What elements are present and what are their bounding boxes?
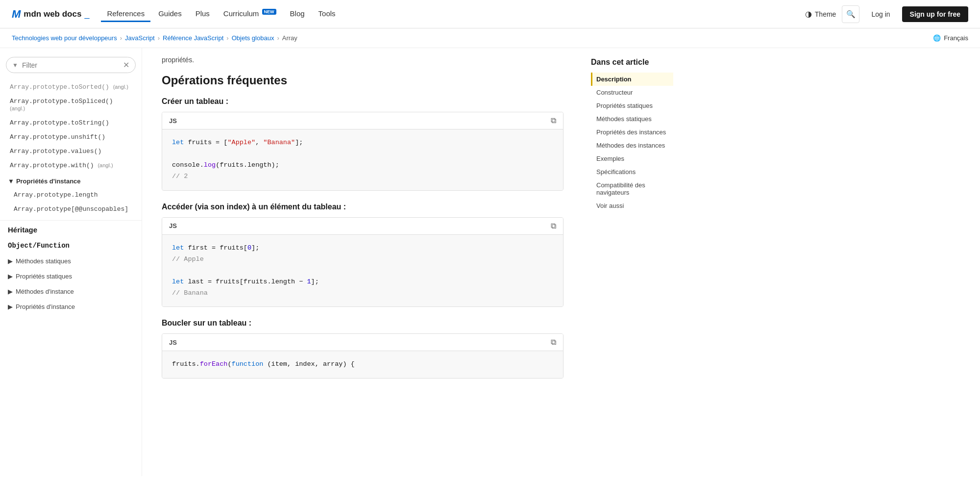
page-intro: propriétés.: [162, 56, 564, 64]
breadcrumb-tech[interactable]: Technologies web pour développeurs: [12, 34, 117, 42]
nav-curriculum[interactable]: Curriculum NEW: [218, 6, 282, 22]
filter-icon: ▼: [12, 62, 18, 69]
code-line-1: let fruits = ["Apple", "Banana"];: [172, 137, 553, 149]
subsection-title-boucler: Boucler sur un tableau :: [162, 319, 564, 328]
toc-item-constructeur[interactable]: Constructeur: [591, 86, 673, 99]
language-button[interactable]: 🌐 Français: [933, 34, 968, 42]
breadcrumb-sep-1: ›: [120, 34, 122, 42]
nav-guides[interactable]: Guides: [152, 6, 188, 22]
code-lang-creer: JS: [169, 117, 177, 125]
instance-props-header[interactable]: ▼ Propriétés d'instance: [0, 173, 142, 188]
code-line-3: // 2: [172, 171, 553, 182]
sidebar-item-values[interactable]: Array.prototype.values(): [0, 144, 142, 158]
main-layout: ▼ ✕ Array.prototype.toSorted() (angl.) A…: [0, 48, 980, 476]
toc-item-exemples[interactable]: Exemples: [591, 152, 673, 165]
subsection-title-creer: Créer un tableau :: [162, 97, 564, 106]
login-button[interactable]: Log in: [865, 7, 896, 21]
code-body-acceder: let first = fruits[0]; // Apple let last…: [162, 235, 563, 307]
code-line-last: let last = fruits[fruits.length − 1];: [172, 277, 553, 288]
triangle-icon-3: ▶: [8, 288, 13, 295]
header: M mdn web docs _ References Guides Plus …: [0, 0, 980, 28]
logo-text: mdn web docs: [24, 9, 81, 19]
breadcrumb: Technologies web pour développeurs › Jav…: [0, 28, 980, 48]
subsection-title-acceder: Accéder (via son index) à un élément du …: [162, 203, 564, 211]
nav-plus[interactable]: Plus: [190, 6, 216, 22]
toc-item-methodes-statiques[interactable]: Méthodes statiques: [591, 112, 673, 126]
heritage-methodes-instance[interactable]: ▶ Méthodes d'instance: [0, 284, 142, 299]
code-header-acceder: JS ⧉: [162, 218, 563, 235]
logo[interactable]: M mdn web docs _: [12, 8, 89, 21]
main-content: propriétés. Opérations fréquentes Créer …: [142, 48, 583, 476]
logo-icon: M: [12, 8, 21, 21]
signup-button[interactable]: Sign up for free: [902, 6, 968, 22]
sidebar-item-length[interactable]: Array.prototype.length: [0, 188, 142, 202]
filter-wrap: ▼ ✕: [0, 54, 142, 76]
toc-item-specifications[interactable]: Spécifications: [591, 165, 673, 178]
breadcrumb-js[interactable]: JavaScript: [125, 34, 155, 42]
code-line-apple: // Apple: [172, 254, 553, 265]
breadcrumb-sep-4: ›: [277, 34, 279, 42]
search-button[interactable]: 🔍: [842, 5, 859, 23]
header-right: ◑ Theme 🔍 Log in Sign up for free: [805, 5, 968, 23]
code-header-creer: JS ⧉: [162, 112, 563, 129]
lang-label: Français: [944, 34, 968, 42]
code-line-first: let first = fruits[0];: [172, 243, 553, 254]
breadcrumb-ref[interactable]: Référence JavaScript: [163, 34, 223, 42]
sidebar-item-unshift[interactable]: Array.prototype.unshift(): [0, 130, 142, 144]
code-line-blank: [172, 149, 553, 160]
code-line-2: console.log(fruits.length);: [172, 160, 553, 171]
copy-button-creer[interactable]: ⧉: [551, 116, 556, 125]
toc-item-compat[interactable]: Compatibilité des navigateurs: [591, 178, 673, 199]
code-lang-boucler: JS: [169, 339, 177, 346]
subsection-acceder: Accéder (via son index) à un élément du …: [162, 203, 564, 307]
filter-input-container: ▼ ✕: [6, 57, 136, 73]
nav-tools[interactable]: Tools: [313, 6, 342, 22]
heritage-proprietes-instance[interactable]: ▶ Propriétés d'instance: [0, 299, 142, 314]
breadcrumb-sep-3: ›: [226, 34, 228, 42]
code-line-foreach: fruits.forEach(function (item, index, ar…: [172, 359, 553, 370]
code-body-creer: let fruits = ["Apple", "Banana"]; consol…: [162, 129, 563, 190]
code-lang-acceder: JS: [169, 222, 177, 229]
triangle-icon-2: ▶: [8, 273, 13, 280]
sidebar: ▼ ✕ Array.prototype.toSorted() (angl.) A…: [0, 48, 142, 476]
code-block-acceder: JS ⧉ let first = fruits[0]; // Apple let…: [162, 217, 564, 307]
code-line-banana: // Banana: [172, 288, 553, 299]
toc-item-voir-aussi[interactable]: Voir aussi: [591, 199, 673, 212]
code-header-boucler: JS ⧉: [162, 334, 563, 351]
nav-references[interactable]: References: [101, 6, 150, 22]
breadcrumb-current: Array: [282, 34, 297, 42]
toc-item-proprietes-instances[interactable]: Propriétés des instances: [591, 126, 673, 139]
filter-input[interactable]: [22, 61, 119, 69]
breadcrumb-globals[interactable]: Objets globaux: [232, 34, 274, 42]
copy-button-boucler[interactable]: ⧉: [551, 338, 556, 347]
curriculum-badge: NEW: [262, 9, 276, 15]
nav-blog[interactable]: Blog: [284, 6, 311, 22]
sidebar-item-tostring[interactable]: Array.prototype.toString(): [0, 116, 142, 130]
breadcrumb-sep-2: ›: [158, 34, 160, 42]
sidebar-item-unscopables[interactable]: Array.prototype[@@unscopables]: [0, 202, 142, 216]
heritage-proprietes-statiques[interactable]: ▶ Propriétés statiques: [0, 269, 142, 284]
toc-title: Dans cet article: [591, 58, 673, 67]
sidebar-item-with[interactable]: Array.prototype.with() (angl.): [0, 158, 142, 173]
table-of-contents: Dans cet article Description Constructeu…: [583, 48, 681, 222]
copy-button-acceder[interactable]: ⧉: [551, 222, 556, 230]
code-body-boucler: fruits.forEach(function (item, index, ar…: [162, 351, 563, 378]
code-block-creer: JS ⧉ let fruits = ["Apple", "Banana"]; c…: [162, 112, 564, 191]
triangle-icon-1: ▶: [8, 257, 13, 265]
code-block-boucler: JS ⧉ fruits.forEach(function (item, inde…: [162, 333, 564, 379]
toc-item-proprietes-statiques[interactable]: Propriétés statiques: [591, 99, 673, 112]
heritage-methodes-statiques[interactable]: ▶ Méthodes statiques: [0, 254, 142, 269]
subsection-creer: Créer un tableau : JS ⧉ let fruits = ["A…: [162, 97, 564, 191]
main-nav: References Guides Plus Curriculum NEW Bl…: [101, 6, 801, 22]
sidebar-item-tosorted[interactable]: Array.prototype.toSorted() (angl.): [0, 80, 142, 94]
sidebar-item-tospliced[interactable]: Array.prototype.toSpliced() (angl.): [0, 94, 142, 116]
toc-item-methodes-instances[interactable]: Méthodes des instances: [591, 139, 673, 152]
theme-label: Theme: [815, 10, 836, 18]
theme-button[interactable]: ◑ Theme: [805, 9, 836, 19]
code-line-blank2: [172, 265, 553, 277]
triangle-icon-4: ▶: [8, 303, 13, 310]
filter-clear-button[interactable]: ✕: [123, 60, 129, 70]
heritage-title: Héritage: [0, 220, 142, 238]
section-title: Opérations fréquentes: [162, 74, 564, 87]
toc-item-description[interactable]: Description: [591, 73, 673, 86]
